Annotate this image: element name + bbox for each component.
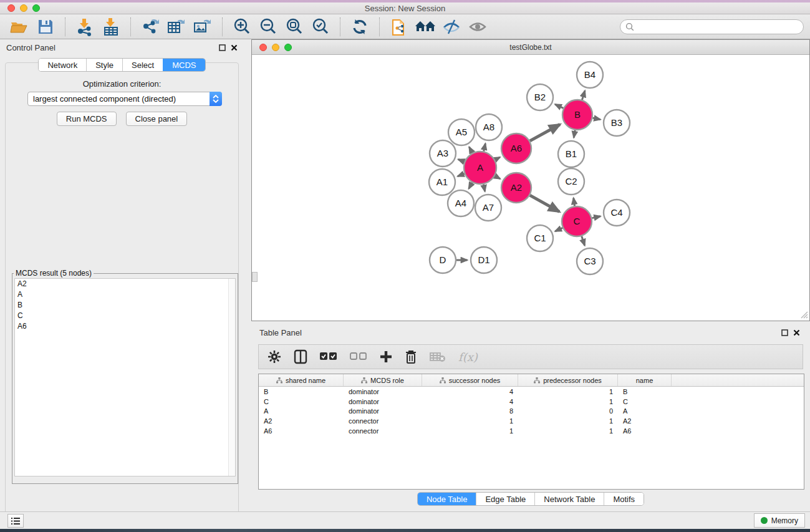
tab-edge-table[interactable]: Edge Table [476, 493, 534, 505]
close-panel-button[interactable]: Close panel [126, 112, 188, 126]
graph-edge-C-C1[interactable] [555, 228, 562, 231]
tab-select[interactable]: Select [122, 59, 163, 71]
tab-network-table[interactable]: Network Table [534, 493, 604, 505]
column-header-predecessor-nodes[interactable]: predecessor nodes [518, 374, 618, 386]
search-input[interactable] [637, 22, 803, 31]
graph-node-C3[interactable]: C3 [577, 248, 603, 274]
graph-node-C2[interactable]: C2 [558, 168, 584, 195]
graph-edge-A6-B[interactable] [530, 124, 560, 140]
table-row[interactable]: Cdominator41C [259, 397, 804, 407]
table-row[interactable]: Adominator80A [259, 407, 804, 417]
tab-motifs[interactable]: Motifs [604, 493, 644, 505]
float-table-panel-icon[interactable] [781, 329, 788, 336]
graph-node-A7[interactable]: A7 [475, 195, 501, 221]
graph-edge-B-B3[interactable] [592, 118, 600, 120]
graph-edge-B-B4[interactable] [582, 90, 585, 100]
save-session-button[interactable] [32, 16, 59, 37]
graph-edge-A-A8[interactable] [484, 143, 486, 152]
graph-node-B2[interactable]: B2 [527, 84, 553, 110]
graph-edge-B-B2[interactable] [555, 104, 563, 108]
import-table-button[interactable] [98, 16, 124, 37]
graph-node-A[interactable]: A [464, 152, 496, 184]
result-list-item[interactable]: A2 [15, 279, 235, 289]
result-list-item[interactable]: C [15, 311, 235, 321]
show-columns-button[interactable] [294, 349, 307, 364]
graph-node-B3[interactable]: B3 [604, 110, 630, 136]
close-table-panel-icon[interactable] [793, 329, 800, 336]
float-panel-icon[interactable] [219, 44, 226, 51]
network-canvas[interactable]: B4B2BB3A5A8A6A3AB1A1A2C2A4A7C4CC1DD1C3 [252, 55, 809, 320]
add-column-button[interactable] [380, 351, 392, 363]
graph-node-D[interactable]: D [430, 247, 456, 273]
memory-button[interactable]: Memory [754, 513, 805, 528]
graph-node-A4[interactable]: A4 [448, 190, 474, 216]
home-view-button[interactable] [412, 16, 438, 37]
result-list-item[interactable]: A6 [15, 321, 235, 332]
column-header-name[interactable]: name [618, 374, 672, 386]
export-table-button[interactable] [163, 16, 190, 37]
show-details-button[interactable] [465, 16, 491, 37]
graph-edge-B-B1[interactable] [574, 130, 575, 138]
graph-node-A1[interactable]: A1 [429, 169, 455, 195]
table-row[interactable]: A6connector11A6 [259, 426, 804, 436]
close-panel-icon[interactable] [231, 44, 238, 51]
import-network-button[interactable] [72, 16, 98, 37]
deselect-all-button[interactable] [350, 352, 367, 361]
graph-edge-A-A7[interactable] [483, 184, 485, 191]
graph-edge-A-A6[interactable] [495, 157, 500, 160]
graph-node-B1[interactable]: B1 [558, 141, 584, 167]
graph-edge-A2-C[interactable] [530, 195, 559, 211]
tab-mcds[interactable]: MCDS [163, 59, 205, 71]
graph-node-B[interactable]: B [562, 100, 592, 130]
tab-style[interactable]: Style [86, 59, 122, 71]
mcds-result-list[interactable]: A2ABCA6 [14, 278, 236, 476]
new-network-button[interactable] [386, 16, 412, 37]
refresh-button[interactable] [347, 16, 373, 37]
graph-node-A2[interactable]: A2 [501, 173, 531, 203]
graph-edge-C-C4[interactable] [592, 216, 600, 218]
table-settings-button[interactable] [268, 350, 281, 364]
graph-edge-A-A5[interactable] [469, 147, 472, 153]
export-network-button[interactable] [137, 16, 163, 37]
export-image-button[interactable] [190, 16, 216, 37]
column-header-successor-nodes[interactable]: successor nodes [422, 374, 518, 386]
graph-edge-A-A2[interactable] [495, 176, 500, 179]
result-list-scrollbar[interactable] [228, 279, 235, 476]
graph-node-A6[interactable]: A6 [501, 133, 531, 163]
delete-columns-button[interactable] [405, 349, 417, 364]
graph-edge-C-C3[interactable] [582, 236, 585, 246]
result-list-item[interactable]: A [15, 289, 235, 300]
table-row[interactable]: Bdominator41B [259, 387, 804, 397]
zoom-selected-button[interactable] [307, 16, 334, 37]
graph-node-C4[interactable]: C4 [604, 200, 630, 226]
hide-details-button[interactable] [438, 16, 465, 37]
graph-node-A8[interactable]: A8 [476, 114, 502, 140]
task-history-button[interactable] [7, 514, 24, 528]
graph-node-D1[interactable]: D1 [471, 247, 497, 273]
graph-edge-C-C2[interactable] [574, 198, 575, 206]
zoom-out-button[interactable] [255, 16, 281, 37]
node-table[interactable]: shared nameMCDS rolesuccessor nodesprede… [258, 374, 804, 490]
column-header-shared-name[interactable]: shared name [259, 374, 344, 386]
graph-node-B4[interactable]: B4 [577, 62, 603, 88]
tab-network[interactable]: Network [39, 59, 86, 71]
run-mcds-button[interactable]: Run MCDS [57, 112, 117, 126]
result-list-item[interactable]: B [15, 300, 235, 311]
graph-node-A5[interactable]: A5 [448, 119, 475, 145]
graph-node-C[interactable]: C [562, 206, 592, 236]
graph-node-C1[interactable]: C1 [527, 225, 553, 251]
graph-edge-A-A4[interactable] [469, 183, 472, 189]
tab-node-table[interactable]: Node Table [418, 493, 476, 505]
select-all-button[interactable] [320, 352, 337, 361]
resize-grip-icon[interactable] [798, 309, 808, 319]
optimization-criterion-dropdown[interactable]: largest connected component (directed) [27, 92, 222, 106]
column-header-MCDS-role[interactable]: MCDS role [344, 374, 422, 386]
table-row[interactable]: A2connector11A2 [259, 416, 804, 426]
zoom-in-button[interactable] [229, 16, 255, 37]
toolbar-search-box[interactable] [620, 19, 804, 34]
tool-palette-grip[interactable] [252, 272, 258, 282]
graph-node-A3[interactable]: A3 [430, 140, 456, 167]
graph-edge-A-A1[interactable] [458, 174, 465, 177]
zoom-fit-button[interactable] [281, 16, 307, 37]
graph-edge-A-A3[interactable] [458, 160, 465, 162]
